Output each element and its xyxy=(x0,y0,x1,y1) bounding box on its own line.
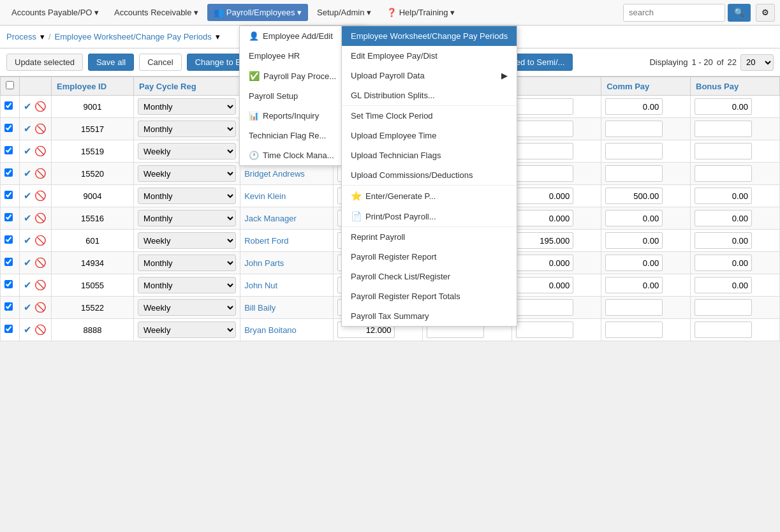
row-checkbox[interactable] xyxy=(4,325,13,333)
update-selected-button[interactable]: Update selected xyxy=(6,54,83,71)
comm-pay-input[interactable] xyxy=(605,98,663,115)
submenu-gl-distribution[interactable]: GL Distribution Splits... xyxy=(342,85,517,105)
check-icon[interactable]: ✔ xyxy=(24,101,32,112)
row-checkbox[interactable] xyxy=(4,213,13,221)
submenu-set-time-clock[interactable]: Set Time Clock Period xyxy=(342,106,517,126)
val3-input[interactable] xyxy=(516,321,573,338)
check-icon[interactable]: ✔ xyxy=(24,235,32,246)
ban-icon[interactable]: 🚫 xyxy=(34,145,47,157)
val3-input[interactable] xyxy=(516,277,573,293)
submenu-emp-worksheet[interactable]: Employee Worksheet/Change Pay Periods xyxy=(342,26,517,46)
comm-pay-input[interactable] xyxy=(605,299,663,316)
row-checkbox[interactable] xyxy=(4,191,13,199)
row-checkbox[interactable] xyxy=(4,280,13,288)
comm-pay-input[interactable] xyxy=(605,121,663,137)
ban-icon[interactable]: 🚫 xyxy=(34,190,47,202)
pay-cycle-select[interactable]: MonthlyWeeklyBi-WeeklySemi-Monthly xyxy=(138,121,236,137)
save-all-button[interactable]: Save all xyxy=(88,54,134,71)
employee-name-link[interactable]: Kevin Klein xyxy=(244,191,286,201)
val3-input[interactable] xyxy=(516,299,573,316)
submenu-print-post[interactable]: 📄 Print/Post Payroll... xyxy=(342,206,517,226)
ban-icon[interactable]: 🚫 xyxy=(34,302,47,313)
val3-input[interactable] xyxy=(516,210,573,226)
submenu-upload-tech[interactable]: Upload Technician Flags xyxy=(342,145,517,165)
nav-setup-admin[interactable]: Setup/Admin ▾ xyxy=(311,4,378,21)
bonus-pay-input[interactable] xyxy=(695,121,752,137)
bonus-pay-input[interactable] xyxy=(695,321,752,338)
val3-input[interactable] xyxy=(516,143,573,159)
comm-pay-input[interactable] xyxy=(605,165,663,182)
employee-name-link[interactable]: Bridget Andrews xyxy=(244,169,305,179)
check-icon[interactable]: ✔ xyxy=(24,279,32,291)
employee-name-link[interactable]: Jack Manager xyxy=(244,214,297,223)
pay-cycle-select[interactable]: MonthlyWeeklyBi-WeeklySemi-Monthly xyxy=(138,299,236,316)
check-icon[interactable]: ✔ xyxy=(24,123,32,135)
check-icon[interactable]: ✔ xyxy=(24,212,32,224)
nav-accounts-payable[interactable]: Accounts Payable/PO ▾ xyxy=(5,4,105,21)
comm-pay-input[interactable] xyxy=(605,143,663,159)
row-checkbox[interactable] xyxy=(4,235,13,244)
submenu-upload-emp-time[interactable]: Upload Employee Time xyxy=(342,126,517,145)
comm-pay-input[interactable] xyxy=(605,255,663,271)
row-checkbox[interactable] xyxy=(4,168,13,177)
bonus-pay-input[interactable] xyxy=(695,98,752,115)
pay-cycle-select[interactable]: MonthlyWeeklyBi-WeeklySemi-Monthly xyxy=(138,210,236,226)
cancel-button[interactable]: Cancel xyxy=(139,54,181,71)
bonus-pay-input[interactable] xyxy=(695,299,752,316)
row-checkbox[interactable] xyxy=(4,258,13,266)
val3-input[interactable] xyxy=(516,121,573,137)
row-checkbox[interactable] xyxy=(4,146,13,154)
check-icon[interactable]: ✔ xyxy=(24,302,32,313)
ban-icon[interactable]: 🚫 xyxy=(34,212,47,224)
ban-icon[interactable]: 🚫 xyxy=(34,168,47,179)
comm-pay-input[interactable] xyxy=(605,210,663,226)
pay-cycle-select[interactable]: MonthlyWeeklyBi-WeeklySemi-Monthly xyxy=(138,98,236,115)
pay-cycle-select[interactable]: MonthlyWeeklyBi-WeeklySemi-Monthly xyxy=(138,143,236,159)
ban-icon[interactable]: 🚫 xyxy=(34,123,47,135)
submenu-edit-emp-pay[interactable]: Edit Employee Pay/Dist xyxy=(342,46,517,66)
val3-input[interactable] xyxy=(516,188,573,204)
search-button[interactable]: 🔍 xyxy=(728,4,751,22)
pay-cycle-select[interactable]: MonthlyWeeklyBi-WeeklySemi-Monthly xyxy=(138,188,236,204)
breadcrumb-worksheet[interactable]: Employee Worksheet/Change Pay Periods xyxy=(55,32,212,41)
ban-icon[interactable]: 🚫 xyxy=(34,324,47,336)
employee-name-link[interactable]: John Parts xyxy=(244,258,284,268)
check-icon[interactable]: ✔ xyxy=(24,168,32,179)
nav-accounts-receivable[interactable]: Accounts Receivable ▾ xyxy=(108,4,205,21)
submenu-tax-summary[interactable]: Payroll Tax Summary xyxy=(342,306,517,326)
bonus-pay-input[interactable] xyxy=(695,255,752,271)
val3-input[interactable] xyxy=(516,232,573,249)
submenu-upload-comm[interactable]: Upload Commissions/Deductions xyxy=(342,165,517,185)
pay-cycle-select[interactable]: MonthlyWeeklyBi-WeeklySemi-Monthly xyxy=(138,321,236,338)
per-page-select[interactable]: 20 50 100 xyxy=(740,54,774,71)
val3-input[interactable] xyxy=(516,165,573,182)
ban-icon[interactable]: 🚫 xyxy=(34,101,47,112)
submenu-check-list[interactable]: Payroll Check List/Register xyxy=(342,267,517,286)
row-checkbox[interactable] xyxy=(4,302,13,311)
pay-cycle-select[interactable]: MonthlyWeeklyBi-WeeklySemi-Monthly xyxy=(138,232,236,249)
comm-pay-input[interactable] xyxy=(605,321,663,338)
gear-button[interactable]: ⚙ xyxy=(756,4,775,22)
nav-payroll-employees[interactable]: 👥 Payroll/Employees ▾ xyxy=(207,4,308,21)
pay-cycle-select[interactable]: MonthlyWeeklyBi-WeeklySemi-Monthly xyxy=(138,277,236,293)
employee-name-link[interactable]: John Nut xyxy=(244,281,277,290)
comm-pay-input[interactable] xyxy=(605,277,663,293)
submenu-register-totals[interactable]: Payroll Register Report Totals xyxy=(342,286,517,306)
breadcrumb-process[interactable]: Process xyxy=(6,32,36,41)
employee-name-link[interactable]: Bill Baily xyxy=(244,303,276,313)
bonus-pay-input[interactable] xyxy=(695,188,752,204)
bonus-pay-input[interactable] xyxy=(695,210,752,226)
ban-icon[interactable]: 🚫 xyxy=(34,235,47,246)
select-all-checkbox[interactable] xyxy=(6,81,14,89)
bonus-pay-input[interactable] xyxy=(695,232,752,249)
check-icon[interactable]: ✔ xyxy=(24,145,32,157)
ban-icon[interactable]: 🚫 xyxy=(34,279,47,291)
submenu-register[interactable]: Payroll Register Report xyxy=(342,247,517,267)
pay-cycle-select[interactable]: MonthlyWeeklyBi-WeeklySemi-Monthly xyxy=(138,255,236,271)
nav-help-training[interactable]: ❓ Help/Training ▾ xyxy=(380,4,461,21)
val3-input[interactable] xyxy=(516,98,573,115)
bonus-pay-input[interactable] xyxy=(695,277,752,293)
row-checkbox[interactable] xyxy=(4,101,13,110)
comm-pay-input[interactable] xyxy=(605,232,663,249)
comm-pay-input[interactable] xyxy=(605,188,663,204)
